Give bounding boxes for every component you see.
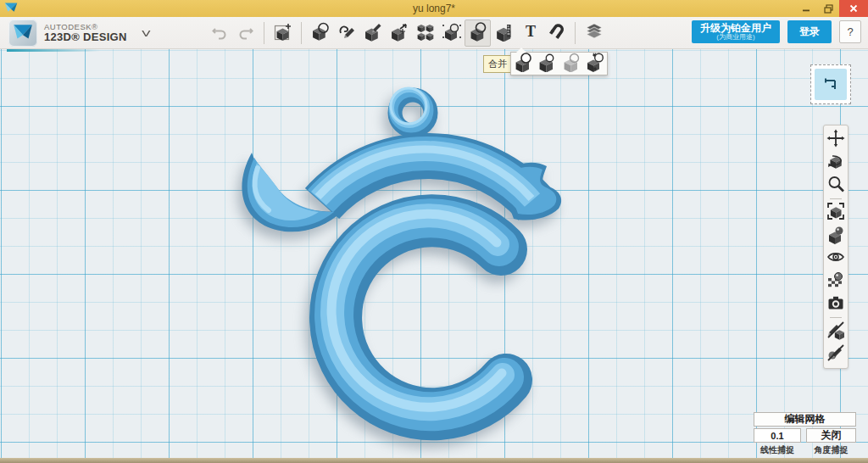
svg-text:T: T <box>525 23 535 40</box>
toolbar-divider <box>264 22 264 44</box>
primitives-icon <box>273 21 293 45</box>
linear-snap-input[interactable] <box>754 428 801 443</box>
measure-button[interactable] <box>491 20 517 47</box>
help-button[interactable]: ? <box>839 20 861 43</box>
3d-print-button[interactable] <box>581 20 607 47</box>
hide-construction-icon <box>826 343 846 366</box>
text-button[interactable]: T <box>517 20 543 47</box>
draw-icon <box>337 21 357 45</box>
look-at-button[interactable] <box>825 224 847 247</box>
upgrade-sublabel: (为商业用途) <box>692 33 780 41</box>
combine-dropdown <box>510 52 608 75</box>
login-button[interactable]: 登录 <box>787 20 832 43</box>
sketch-button[interactable] <box>307 20 333 47</box>
pattern-icon <box>415 21 436 45</box>
combine-button[interactable] <box>465 20 491 47</box>
merge-menu-item[interactable] <box>512 53 534 74</box>
orbit-button[interactable] <box>825 151 847 174</box>
angle-snap-button[interactable]: 关闭 <box>806 428 856 443</box>
draw-button[interactable] <box>333 20 359 47</box>
separate-menu-item[interactable] <box>584 53 606 74</box>
zoom-button[interactable] <box>825 174 847 197</box>
transform-icon <box>389 21 409 45</box>
viewcube-glyph-icon <box>815 69 847 100</box>
edit-grid-button[interactable]: 编辑网格 <box>754 412 856 427</box>
merge-icon <box>513 52 533 75</box>
window-controls <box>795 0 868 17</box>
navigation-toolbar <box>823 125 849 369</box>
minimize-button[interactable] <box>795 0 817 17</box>
snap-panel: 编辑网格 关闭 线性捕捉 角度捕捉 <box>754 412 856 456</box>
subtract-icon <box>537 52 557 75</box>
snapshot-button[interactable] <box>825 293 847 315</box>
visibility-icon <box>826 247 846 271</box>
text-icon: T <box>520 21 541 45</box>
nav-divider <box>830 198 842 199</box>
close-button[interactable] <box>839 0 868 17</box>
camera-icon <box>826 293 846 316</box>
measure-icon <box>494 21 515 45</box>
orbit-icon <box>826 151 846 175</box>
hide-sketches-button[interactable] <box>825 320 847 343</box>
dropdown-caret-icon <box>516 47 526 53</box>
123d-logo-icon <box>8 20 37 47</box>
chevron-down-icon[interactable]: ˅ <box>141 26 151 41</box>
titlebar: yu long7* <box>0 0 868 17</box>
primitives-button[interactable] <box>270 20 296 47</box>
combine-tooltip: 合并 <box>483 55 512 73</box>
modify-icon <box>363 21 383 45</box>
separate-icon <box>585 52 605 75</box>
fit-view-button[interactable] <box>825 201 847 224</box>
pan-icon <box>826 128 846 152</box>
intersect-icon <box>561 52 581 75</box>
subtract-menu-item[interactable] <box>536 53 558 74</box>
brand-line2: 123D® DESIGN <box>44 31 127 43</box>
view-indicator-widget[interactable] <box>810 64 851 104</box>
sketch-icon <box>310 21 331 45</box>
undo-button[interactable] <box>206 20 232 47</box>
visibility-button[interactable] <box>825 247 847 270</box>
toolbar-divider <box>301 22 302 44</box>
lookat-icon <box>826 224 846 248</box>
undo-icon <box>209 21 230 45</box>
window-title: yu long7* <box>0 3 868 14</box>
linear-snap-label: 线性捕捉 <box>754 444 801 456</box>
upgrade-label: 升级为铂金用户 <box>692 23 780 33</box>
upgrade-button[interactable]: 升级为铂金用户 (为商业用途) <box>692 20 780 43</box>
toolbar-divider <box>575 22 576 44</box>
hide-sketch-icon <box>826 320 846 343</box>
transform-button[interactable] <box>386 20 412 47</box>
material-button[interactable] <box>825 270 847 293</box>
modify-button[interactable] <box>359 20 386 47</box>
snap-icon <box>547 21 567 45</box>
model-pendant[interactable] <box>0 49 868 463</box>
angle-snap-label: 角度捕捉 <box>806 444 856 456</box>
grouping-button[interactable] <box>438 20 465 47</box>
viewport-canvas[interactable]: 合并 编辑网格 关闭 <box>0 49 868 463</box>
nav-divider <box>830 317 842 318</box>
print-icon <box>584 21 604 45</box>
redo-button[interactable] <box>232 20 259 47</box>
toolbar-icons: T <box>206 19 607 47</box>
fit-icon <box>826 201 846 225</box>
pattern-button[interactable] <box>412 20 438 47</box>
bottom-window-edge <box>0 458 868 463</box>
main-toolbar: AUTODESK® 123D® DESIGN ˅ T 升级为铂金 <box>0 17 868 49</box>
combine-icon <box>468 21 488 45</box>
snap-button[interactable] <box>543 20 570 47</box>
zoom-icon <box>826 174 846 198</box>
app-menu[interactable]: AUTODESK® 123D® DESIGN ˅ <box>8 20 149 47</box>
restore-button[interactable] <box>817 0 839 17</box>
hide-construction-button[interactable] <box>825 343 847 365</box>
intersect-menu-item[interactable] <box>560 53 582 74</box>
grouping-icon <box>442 21 462 45</box>
material-icon <box>826 270 846 293</box>
redo-icon <box>236 21 256 45</box>
pan-button[interactable] <box>825 128 847 151</box>
